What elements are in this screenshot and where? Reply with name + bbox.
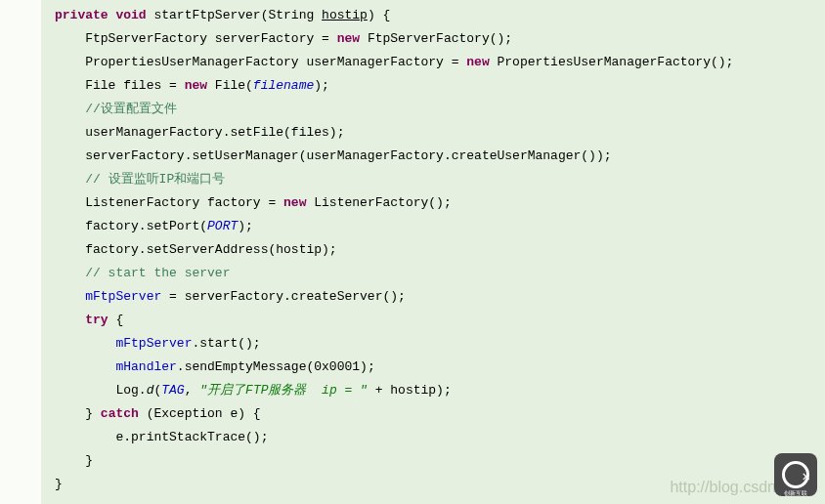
code-line: Log.d(TAG, "开启了FTP服务器 ip = " + hostip);	[0, 379, 825, 402]
code-line: factory.setPort(PORT);	[0, 215, 825, 238]
code-line: // start the server	[0, 262, 825, 285]
logo-badge: ✕ 创新互联	[774, 453, 817, 496]
code-line: factory.setServerAddress(hostip);	[0, 238, 825, 262]
code-editor: private void startFtpServer(String hosti…	[0, 0, 825, 504]
code-line: userManagerFactory.setFile(files);	[0, 121, 825, 145]
code-line: }	[0, 449, 825, 473]
logo-icon: ✕	[782, 461, 809, 488]
code-line: PropertiesUserManagerFactory userManager…	[0, 51, 825, 74]
code-line: try {	[0, 309, 825, 332]
code-line: mHandler.sendEmptyMessage(0x0001);	[0, 356, 825, 379]
code-line: FtpServerFactory serverFactory = new Ftp…	[0, 27, 825, 51]
code-line: serverFactory.setUserManager(userManager…	[0, 145, 825, 168]
code-line: e.printStackTrace();	[0, 426, 825, 449]
code-line: } catch (Exception e) {	[0, 402, 825, 426]
code-line: ListenerFactory factory = new ListenerFa…	[0, 191, 825, 215]
code-line: mFtpServer = serverFactory.createServer(…	[0, 285, 825, 309]
logo-label: 创新互联	[784, 489, 807, 498]
code-line: File files = new File(filename);	[0, 74, 825, 98]
code-line: //设置配置文件	[0, 98, 825, 121]
logo-x-icon: ✕	[803, 468, 810, 484]
code-line: // 设置监听IP和端口号	[0, 168, 825, 191]
code-line: mFtpServer.start();	[0, 332, 825, 356]
code-line: private void startFtpServer(String hosti…	[0, 4, 825, 27]
gutter	[0, 0, 41, 504]
